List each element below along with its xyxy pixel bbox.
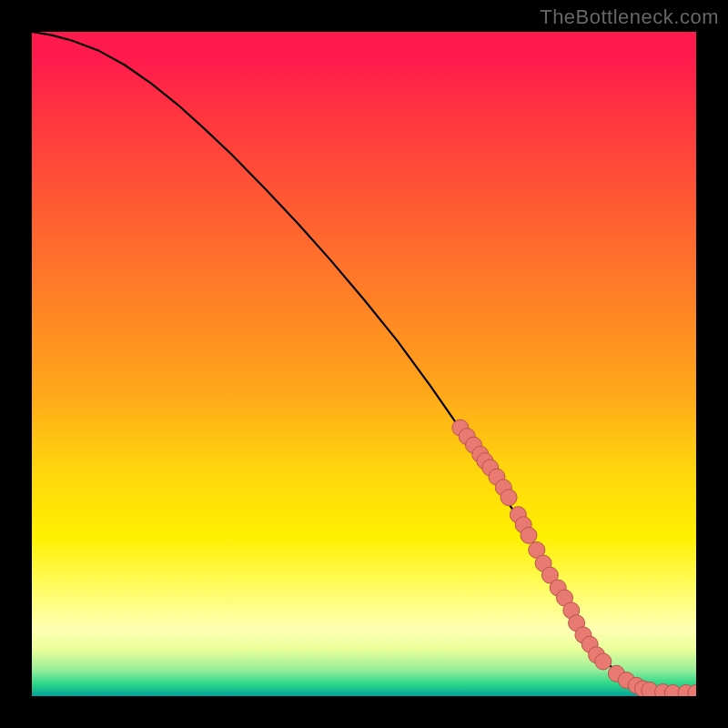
plot-area	[32, 32, 696, 696]
data-marker	[521, 527, 537, 543]
data-marker	[500, 490, 517, 506]
bottleneck-curve	[32, 32, 696, 693]
data-marker	[595, 653, 612, 670]
data-markers	[452, 420, 696, 696]
chart-frame: TheBottleneck.com	[0, 0, 728, 728]
chart-overlay	[32, 32, 696, 696]
watermark-text: TheBottleneck.com	[540, 5, 719, 29]
